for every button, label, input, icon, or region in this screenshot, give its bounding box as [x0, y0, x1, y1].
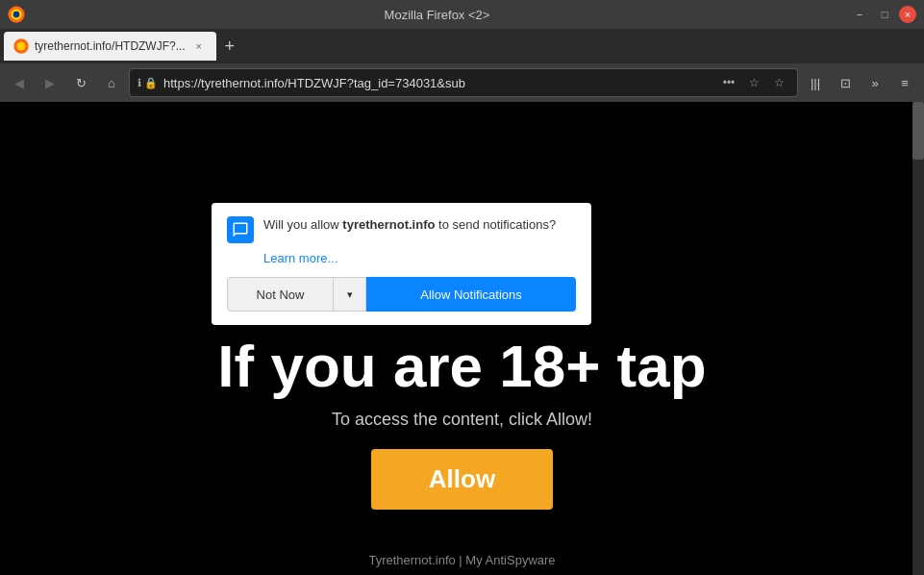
not-now-button[interactable]: Not Now [227, 277, 334, 312]
close-button[interactable]: × [899, 6, 916, 23]
window-title: Mozilla Firefox <2> [25, 8, 849, 22]
nav-right: ||| ⊡ » ≡ [802, 69, 918, 96]
popup-question-text: Will you allow tyrethernot.info to send … [263, 216, 556, 234]
allow-notifications-button[interactable]: Allow Notifications [366, 277, 576, 312]
maximize-button[interactable]: □ [874, 4, 895, 25]
not-now-dropdown-button[interactable]: ▾ [334, 277, 366, 312]
tab-favicon [13, 38, 29, 54]
browser-content: Will you allow tyrethernot.info to send … [0, 102, 924, 575]
popup-header: Will you allow tyrethernot.info to send … [227, 216, 576, 243]
learn-more-link[interactable]: Learn more... [263, 251, 576, 265]
new-tab-button[interactable]: + [216, 33, 243, 60]
svg-point-2 [13, 12, 19, 17]
pocket-icon[interactable]: ☆ [743, 72, 764, 93]
tab-bar: tyrethernot.info/HTDZWJF?... × + [0, 29, 924, 63]
allow-large-button[interactable]: Allow [371, 449, 553, 510]
back-button[interactable]: ◀ [6, 69, 33, 96]
url-bar[interactable]: ℹ 🔒 ••• ☆ ☆ [129, 68, 798, 97]
title-bar: Mozilla Firefox <2> − □ × [0, 0, 924, 29]
url-icons: ℹ 🔒 [137, 77, 158, 89]
svg-point-4 [17, 42, 26, 51]
footer-text: Tyrethernot.info | My AntiSpyware [368, 553, 555, 567]
active-tab[interactable]: tyrethernot.info/HTDZWJF?... × [4, 32, 216, 61]
popup-question-suffix: to send notifications? [435, 217, 556, 232]
main-heading: If you are 18+ tap [217, 332, 706, 400]
notification-popup: Will you allow tyrethernot.info to send … [212, 203, 591, 325]
refresh-button[interactable]: ↻ [67, 69, 94, 96]
tab-title: tyrethernot.info/HTDZWJF?... [35, 39, 186, 53]
scrollbar-track[interactable] [912, 102, 924, 575]
lock-icon: 🔒 [144, 77, 158, 89]
popup-buttons: Not Now ▾ Allow Notifications [227, 277, 576, 312]
home-button[interactable]: ⌂ [98, 69, 125, 96]
library-button[interactable]: ||| [802, 69, 829, 96]
firefox-logo [8, 6, 25, 23]
scrollbar-thumb[interactable] [912, 102, 924, 160]
url-input[interactable] [163, 76, 712, 90]
menu-button[interactable]: ≡ [891, 69, 918, 96]
info-icon: ℹ [137, 77, 141, 89]
popup-site-name: tyrethernot.info [342, 217, 435, 232]
popup-question-prefix: Will you allow [263, 217, 342, 232]
chat-icon [227, 216, 254, 243]
synced-button[interactable]: ⊡ [832, 69, 859, 96]
overflow-button[interactable]: » [862, 69, 888, 96]
minimize-button[interactable]: − [849, 4, 870, 25]
window-controls: − □ × [849, 4, 916, 25]
more-button[interactable]: ••• [718, 72, 739, 93]
tab-close-button[interactable]: × [191, 38, 207, 54]
star-icon[interactable]: ☆ [768, 72, 789, 93]
nav-bar: ◀ ▶ ↻ ⌂ ℹ 🔒 ••• ☆ ☆ ||| ⊡ » ≡ [0, 63, 924, 102]
url-actions: ••• ☆ ☆ [718, 72, 789, 93]
sub-text: To access the content, click Allow! [332, 410, 592, 430]
title-bar-left [8, 6, 25, 23]
forward-button[interactable]: ▶ [37, 69, 63, 96]
